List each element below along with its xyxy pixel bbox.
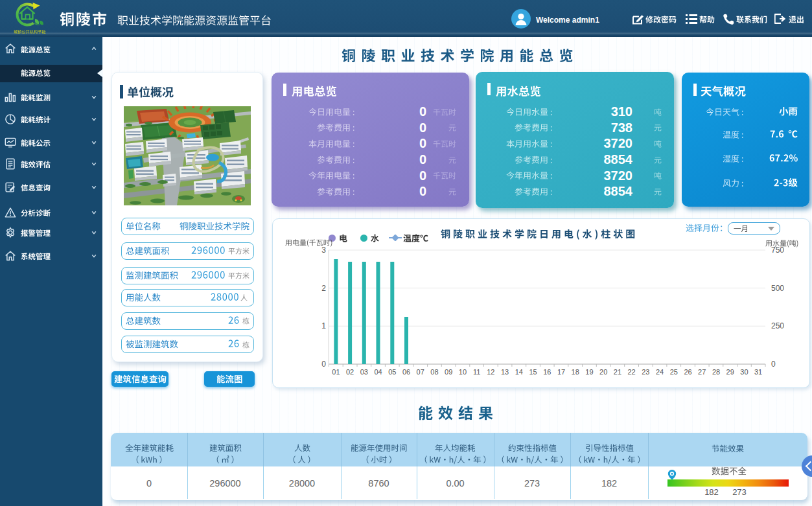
svg-text:08: 08 (430, 368, 438, 376)
svg-text:250: 250 (771, 321, 784, 330)
svg-text:01: 01 (332, 368, 340, 376)
svg-text:0: 0 (321, 360, 326, 369)
svg-text:26: 26 (684, 368, 691, 376)
svg-text:16: 16 (543, 368, 551, 376)
svg-text:24: 24 (656, 368, 664, 376)
svg-text:21: 21 (614, 368, 621, 376)
svg-text:1: 1 (321, 321, 326, 330)
svg-text:25: 25 (670, 368, 678, 376)
svg-text:20: 20 (599, 368, 607, 376)
svg-text:31: 31 (754, 368, 762, 376)
svg-text:27: 27 (698, 368, 706, 376)
svg-text:12: 12 (487, 368, 494, 376)
svg-text:22: 22 (627, 368, 635, 376)
svg-text:29: 29 (726, 368, 734, 376)
svg-text:07: 07 (417, 368, 424, 376)
svg-text:0: 0 (771, 360, 776, 369)
svg-text:11: 11 (473, 368, 480, 376)
svg-text:05: 05 (388, 368, 396, 376)
svg-text:14: 14 (515, 368, 523, 376)
svg-text:15: 15 (529, 368, 537, 376)
svg-text:23: 23 (642, 368, 649, 376)
svg-text:13: 13 (501, 368, 509, 376)
svg-text:04: 04 (374, 368, 382, 376)
svg-text:28: 28 (712, 368, 720, 376)
svg-text:18: 18 (572, 368, 579, 376)
svg-text:09: 09 (445, 368, 452, 376)
svg-text:06: 06 (402, 368, 410, 376)
svg-text:17: 17 (557, 368, 565, 376)
svg-text:03: 03 (360, 368, 368, 376)
svg-text:02: 02 (346, 368, 354, 376)
svg-text:30: 30 (740, 368, 748, 376)
svg-text:2: 2 (321, 284, 326, 293)
svg-text:19: 19 (585, 368, 593, 376)
svg-text:10: 10 (459, 368, 467, 376)
svg-text:500: 500 (771, 284, 784, 293)
